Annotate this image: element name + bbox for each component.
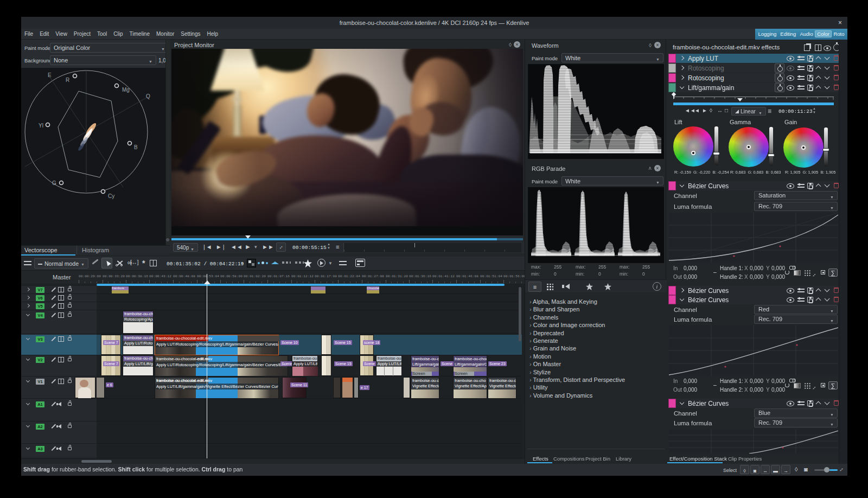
svg-text:E: E [48,72,52,78]
svg-text:G: G [52,180,56,186]
svg-text:B: B [134,144,138,150]
svg-text:Cy: Cy [108,193,114,199]
svg-text:Q: Q [146,93,150,99]
svg-text:Mg: Mg [122,87,130,93]
svg-text:R: R [66,77,69,83]
svg-text:Yl: Yl [39,123,43,129]
